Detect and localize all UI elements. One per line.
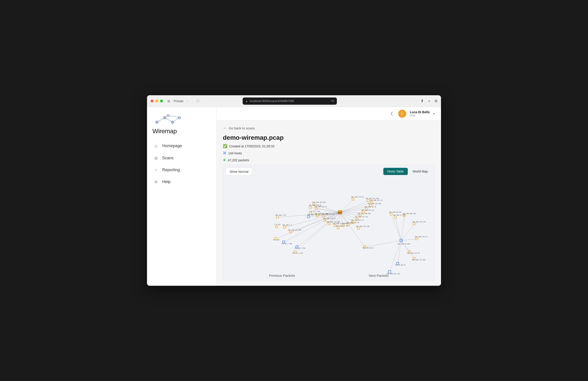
page-title: demo-wiremap.pcap (223, 134, 435, 141)
svg-text:192.168.108.139: 192.168.108.139 (402, 213, 416, 215)
back-to-scans-link[interactable]: ← Go back to scans (223, 126, 435, 131)
svg-line-32 (340, 199, 353, 212)
svg-text:192.168.113.203: 192.168.113.203 (412, 259, 425, 261)
svg-line-43 (401, 216, 404, 240)
tabs-icon[interactable]: ⧉ (435, 99, 437, 103)
svg-rect-107 (415, 237, 418, 240)
url-options-icon[interactable]: ••• (331, 99, 335, 103)
back-nav-icon[interactable]: ‹ (187, 99, 188, 103)
svg-rect-71 (337, 227, 339, 229)
svg-text:172.16.1.156: 172.16.1.156 (294, 247, 305, 249)
svg-text:192.168.175.139: 192.168.175.139 (356, 225, 369, 227)
svg-rect-53 (315, 207, 317, 210)
nav-menu: ⌂ Homepage ◎ Scans ○ Reporting ⊙ Help (147, 140, 216, 187)
svg-text:192.168.17.205: 192.168.17.205 (393, 214, 405, 216)
next-packets-button[interactable]: Next Packets (369, 274, 388, 277)
sidebar-item-help[interactable]: ⊙ Help (150, 176, 214, 187)
svg-line-45 (401, 239, 417, 240)
svg-line-7 (173, 118, 179, 122)
svg-rect-59 (307, 215, 310, 218)
svg-text:172.16.1.148: 172.16.1.148 (281, 243, 292, 245)
svg-rect-95 (357, 227, 359, 230)
svg-text:192.168.18.205: 192.168.18.205 (398, 243, 410, 245)
map-view-tabs: Hosts Table World Map (383, 168, 432, 175)
hosts-count-label: 144 hosts (228, 151, 242, 155)
svg-rect-55 (309, 206, 312, 208)
svg-text:192.168.169.203: 192.168.169.203 (312, 202, 326, 203)
sidebar-item-homepage[interactable]: ⌂ Homepage (150, 140, 214, 152)
world-map-tab[interactable]: World Map (409, 168, 432, 175)
app-body: Wiremap ⌂ Homepage ◎ Scans ○ Reporting ⊙… (147, 107, 441, 286)
sidebar-item-reporting[interactable]: ○ Reporting (150, 164, 214, 176)
svg-text:1.3.167: 1.3.167 (274, 224, 280, 225)
checkmark-icon: ✅ (223, 144, 227, 148)
sidebar-item-reporting-label: Reporting (162, 168, 180, 172)
user-dropdown-icon[interactable]: ▾ (433, 112, 435, 115)
browser-window: ⊞ Private ‹ › ⓘ ▲ localhost:3000/scans/4… (147, 95, 441, 286)
user-section: ☾ L Luca Di Bello User ▾ (391, 110, 435, 118)
svg-line-42 (396, 217, 401, 240)
close-button[interactable] (151, 100, 153, 102)
main-header: ☾ L Luca Di Bello User ▾ (217, 107, 441, 120)
sidebar-item-homepage-label: Homepage (162, 144, 182, 148)
browser-controls: ⊞ (168, 99, 170, 103)
forward-nav-icon: › (192, 99, 193, 103)
hosts-row: ⌘ 144 hosts (223, 151, 435, 155)
show-normal-button[interactable]: Show Normal (226, 168, 252, 176)
svg-text:192.168.174.11: 192.168.174.11 (323, 218, 336, 220)
svg-text:162.168.213.44: 162.168.213.44 (321, 213, 334, 215)
svg-text:192.168.96.235: 192.168.96.235 (389, 211, 401, 213)
title-bar: ⊞ Private ‹ › ⓘ ▲ localhost:3000/scans/4… (147, 95, 441, 107)
title-bar-right: ⬆ ＋ ⧉ (420, 98, 437, 104)
new-tab-icon[interactable]: ＋ (427, 98, 431, 104)
svg-rect-91 (367, 200, 369, 202)
maximize-button[interactable] (160, 100, 163, 102)
svg-text:192.168.108.293: 192.168.108.293 (357, 213, 371, 215)
svg-rect-99 (390, 213, 392, 215)
svg-text:192.168.231.5: 192.168.231.5 (362, 247, 374, 249)
sidebar: Wiremap ⌂ Homepage ◎ Scans ○ Reporting ⊙… (147, 107, 217, 286)
theme-toggle-icon[interactable]: ☾ (391, 111, 395, 116)
svg-text:6.1.146: 6.1.146 (273, 239, 279, 241)
svg-text:172.16.1.134: 172.16.1.134 (292, 252, 303, 254)
svg-text:192.168.20.75: 192.168.20.75 (364, 206, 376, 208)
hosts-icon: ⌘ (223, 151, 227, 155)
address-bar[interactable]: ▲ localhost:3000/scans/4294967296 ••• (243, 97, 337, 105)
svg-text:172.16.1.154: 172.16.1.154 (309, 210, 320, 212)
url-display: localhost:3000/scans/4294967296 (250, 99, 294, 103)
hosts-table-tab[interactable]: Hosts Table (383, 168, 408, 175)
info-icon[interactable]: ⓘ (196, 99, 200, 103)
sidebar-item-help-label: Help (162, 179, 170, 184)
svg-line-38 (284, 212, 340, 242)
svg-rect-67 (328, 223, 330, 225)
svg-text:192.168.231.43: 192.168.231.43 (361, 209, 374, 211)
minimize-button[interactable] (155, 100, 158, 102)
reporting-icon: ○ (153, 168, 159, 172)
svg-rect-65 (324, 219, 326, 222)
svg-text:192.168.1.23: 192.168.1.23 (275, 214, 286, 216)
sidebar-item-scans[interactable]: ◎ Scans (150, 153, 214, 163)
user-role: User (410, 114, 430, 117)
share-icon[interactable]: ⬆ (420, 99, 424, 103)
url-path: /scans/4294967296 (268, 99, 294, 103)
logo: Wiremap (147, 111, 216, 140)
sidebar-toggle-icon[interactable]: ⊞ (168, 99, 170, 103)
map-toolbar: Show Normal (226, 168, 252, 176)
svg-line-5 (157, 118, 165, 122)
svg-text:192.168.169.203: 192.168.169.203 (368, 203, 381, 205)
network-map[interactable]: Show Normal Hosts Table World Map .node-… (223, 165, 435, 280)
avatar-initial: L (401, 112, 403, 116)
svg-rect-121 (275, 225, 278, 228)
svg-text:192.168.1.1: 192.168.1.1 (282, 224, 292, 226)
svg-line-50 (365, 240, 401, 247)
svg-text:192.168.170.139: 192.168.170.139 (412, 221, 426, 223)
triangle-icon: ▲ (245, 100, 248, 102)
home-icon: ⌂ (153, 143, 159, 149)
svg-text:192.168.114.140: 192.168.114.140 (365, 198, 379, 200)
svg-rect-101 (394, 216, 396, 218)
svg-line-9 (168, 115, 179, 118)
previous-packets-button[interactable]: Previous Packets (269, 274, 295, 277)
svg-line-44 (401, 224, 414, 241)
svg-rect-93 (352, 198, 354, 200)
help-icon: ⊙ (153, 179, 159, 184)
